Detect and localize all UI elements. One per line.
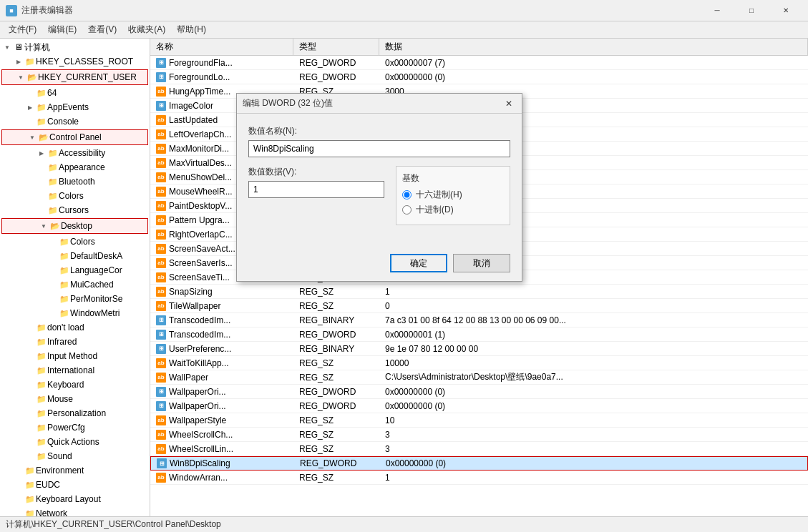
dialog-ok-button[interactable]: 确定 [390, 254, 447, 272]
edit-dword-dialog[interactable]: 编辑 DWORD (32 位)值 ✕ 数值名称(N): 数值数据(V): 基数 [236, 93, 522, 282]
tree-item-bluetooth[interactable]: 📁 Bluetooth [0, 174, 150, 189]
expand-icon [24, 87, 36, 99]
tree-item-hkey-current-user[interactable]: ▼ 📂 HKEY_CURRENT_USER [2, 70, 147, 84]
tree-item-colors[interactable]: 📁 Colors [0, 189, 150, 203]
value-name-text: WheelScrollCh... [169, 430, 233, 440]
column-header-name[interactable]: 名称 [150, 39, 293, 55]
tree-label: Appearance [59, 162, 105, 172]
table-row[interactable]: ab WheelScrollLin... REG_SZ 3 [150, 442, 808, 456]
dialog-name-input[interactable] [248, 140, 510, 157]
tree-item-64[interactable]: 📁 64 [0, 86, 150, 100]
folder-icon: 📁 [47, 176, 59, 187]
maximize-button[interactable]: □ [735, 0, 768, 21]
tree-item-infrared[interactable]: 📁 Infrared [0, 335, 150, 349]
tree-item-desktop[interactable]: ▼ 📂 Desktop [2, 219, 147, 233]
reg-value-icon: ab [156, 272, 166, 282]
dialog-dec-radio[interactable]: 十进制(D) [402, 204, 504, 216]
table-row[interactable]: ab WindowArran... REG_SZ 1 [150, 471, 808, 485]
tree-item-defaultdeska[interactable]: 📁 DefaultDeskA [0, 249, 150, 263]
tree-item-appearance[interactable]: 📁 Appearance [0, 160, 150, 174]
dialog-close-button[interactable]: ✕ [502, 97, 516, 111]
close-button[interactable]: ✕ [769, 0, 802, 21]
value-name-text: ImageColor [169, 101, 213, 111]
table-row[interactable]: ⊞ TranscodedIm... REG_BINARY 7a c3 01 00… [150, 313, 808, 327]
tree-item-muicached[interactable]: 📁 MuiCached [0, 277, 150, 292]
tree-item-console[interactable]: 📁 Console [0, 114, 150, 129]
folder-icon: 📁 [47, 205, 59, 216]
menu-help[interactable]: 帮助(H) [171, 22, 212, 37]
tree-item-quick-actions[interactable]: 📁 Quick Actions [0, 435, 150, 449]
menu-file[interactable]: 文件(F) [3, 22, 42, 37]
value-name-text: ScreenSaveAct... [169, 244, 235, 254]
tree-item-network[interactable]: 📁 Network [0, 506, 150, 516]
table-row[interactable]: ab TileWallpaper REG_SZ 0 [150, 299, 808, 313]
menu-view[interactable]: 查看(V) [82, 22, 122, 37]
table-row[interactable]: ab WallPaper REG_SZ C:\Users\Administrat… [150, 370, 808, 385]
tree-item-appevents[interactable]: ▶ 📁 AppEvents [0, 100, 150, 114]
cell-data: 3 [379, 429, 808, 440]
cell-data: 7a c3 01 00 8f 64 12 00 88 13 00 00 06 0… [379, 315, 808, 326]
table-row[interactable]: ⊞ UserPreferenc... REG_BINARY 9e 1e 07 8… [150, 342, 808, 356]
dialog-value-input[interactable] [248, 181, 384, 198]
value-name-text: WheelScrollLin... [169, 444, 233, 454]
tree-item-powercfg[interactable]: 📁 PowerCfg [0, 420, 150, 435]
folder-icon: 📁 [36, 436, 47, 448]
tree-item-keyboard[interactable]: 📁 Keyboard [0, 378, 150, 392]
table-row[interactable]: ⊞ Win8DpiScaling REG_DWORD 0x00000000 (0… [150, 456, 808, 471]
cell-type: REG_DWORD [293, 72, 379, 83]
registry-tree[interactable]: ▼ 🖥 计算机 ▶ 📁 HKEY_CLASSES_ROOT ▼ 📂 HKEY_C… [0, 39, 150, 516]
dialog-hex-label: 十六进制(H) [416, 189, 462, 201]
menu-favorites[interactable]: 收藏夹(A) [122, 22, 171, 37]
tree-label: PerMonitorSe [70, 294, 122, 304]
tree-item-dont-load[interactable]: 📁 don't load [0, 320, 150, 335]
tree-item-permonitorse[interactable]: 📁 PerMonitorSe [0, 292, 150, 306]
expand-icon [24, 116, 36, 127]
tree-item-sound[interactable]: 📁 Sound [0, 449, 150, 463]
tree-item-eudc[interactable]: 📁 EUDC [0, 478, 150, 492]
tree-item-cursors[interactable]: 📁 Cursors [0, 203, 150, 217]
reg-value-icon: ab [156, 129, 166, 139]
tree-item-computer[interactable]: ▼ 🖥 计算机 [0, 40, 150, 54]
column-header-type[interactable]: 类型 [293, 39, 379, 55]
table-row[interactable]: ⊞ ForegroundLo... REG_DWORD 0x00000000 (… [150, 70, 808, 84]
dialog-hex-radio[interactable]: 十六进制(H) [402, 189, 504, 201]
tree-item-languagecor[interactable]: 📁 LanguageCor [0, 263, 150, 277]
tree-item-input-method[interactable]: 📁 Input Method [0, 349, 150, 363]
column-header-data[interactable]: 数据 [379, 39, 808, 55]
cell-name: ⊞ TranscodedIm... [150, 315, 293, 326]
tree-label: Input Method [47, 351, 97, 361]
table-row[interactable]: ⊞ WallpaperOri... REG_DWORD 0x00000000 (… [150, 399, 808, 413]
tree-item-personalization[interactable]: 📁 Personalization [0, 406, 150, 420]
table-row[interactable]: ab WaitToKillApp... REG_SZ 10000 [150, 356, 808, 370]
table-row[interactable]: ⊞ TranscodedIm... REG_DWORD 0x00000001 (… [150, 327, 808, 342]
cell-data: 0x00000000 (0) [380, 458, 807, 469]
tree-item-windowmetri[interactable]: 📁 WindowMetri [0, 306, 150, 320]
tree-item-environment[interactable]: 📁 Environment [0, 463, 150, 478]
folder-icon: 📁 [59, 265, 70, 276]
table-row[interactable]: ab SnapSizing REG_SZ 1 [150, 285, 808, 299]
expand-icon [36, 190, 47, 202]
tree-item-keyboard-layout[interactable]: 📁 Keyboard Layout [0, 492, 150, 506]
tree-item-international[interactable]: 📁 International [0, 363, 150, 378]
dialog-cancel-button[interactable]: 取消 [453, 254, 510, 272]
folder-icon: 📁 [47, 147, 59, 159]
cell-data: 0 [379, 300, 808, 312]
expand-icon [24, 336, 36, 348]
tree-item-desktop-colors[interactable]: 📁 Colors [0, 235, 150, 249]
cell-name: ab WindowArran... [150, 472, 293, 483]
status-bar: 计算机\HKEY_CURRENT_USER\Control Panel\Desk… [0, 516, 808, 532]
cell-name: ab SnapSizing [150, 286, 293, 297]
table-row[interactable]: ⊞ WallpaperOri... REG_DWORD 0x00000000 (… [150, 385, 808, 399]
table-row[interactable]: ⊞ ForegroundFla... REG_DWORD 0x00000007 … [150, 56, 808, 70]
menu-edit[interactable]: 编辑(E) [42, 22, 82, 37]
tree-item-hkey-classes-root[interactable]: ▶ 📁 HKEY_CLASSES_ROOT [0, 54, 150, 69]
tree-item-accessibility[interactable]: ▶ 📁 Accessibility [0, 146, 150, 160]
reg-value-icon: ⊞ [156, 401, 166, 411]
cell-name: ⊞ WallpaperOri... [150, 386, 293, 398]
table-row[interactable]: ab WheelScrollCh... REG_SZ 3 [150, 428, 808, 442]
table-row[interactable]: ab WallpaperStyle REG_SZ 10 [150, 413, 808, 428]
tree-item-control-panel[interactable]: ▼ 📂 Control Panel [2, 130, 147, 144]
value-name-text: PaintDesktopV... [169, 201, 232, 211]
minimize-button[interactable]: ─ [701, 0, 734, 21]
tree-item-mouse[interactable]: 📁 Mouse [0, 392, 150, 406]
